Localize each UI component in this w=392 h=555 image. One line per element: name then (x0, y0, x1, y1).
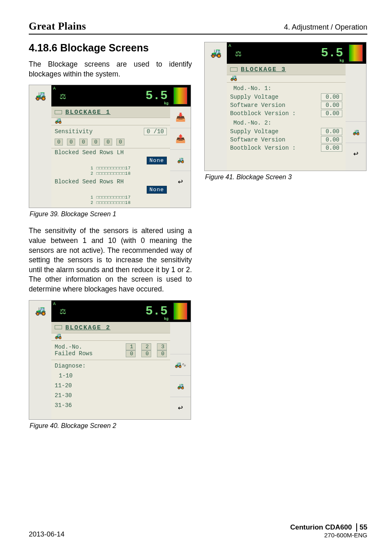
sensitivity-value[interactable]: 0 /10 (144, 128, 167, 135)
gauge-icon[interactable] (346, 42, 366, 64)
softkey-icon[interactable]: 🚜∿ (175, 361, 187, 368)
footer-date: 2013-06-14 (29, 530, 65, 539)
screen2-title: BLOCKAGE 2 (65, 324, 111, 331)
mini-box-icon (55, 325, 62, 329)
footer-model: Centurion CDA600 (290, 523, 352, 532)
scales-icon: ⚖ (51, 301, 74, 322)
led-strip-lh-2: 2 □□□□□□□□□□18 (51, 171, 170, 176)
section-heading: 4.18.6 Blockage Screens (29, 42, 192, 54)
lcd-big-number: 5.5 (145, 304, 168, 318)
footer-doc-id: 270-600M-ENG (290, 532, 367, 539)
screen3-title: BLOCKAGE 3 (241, 66, 286, 73)
failed-rows-label: Failed Rows (55, 350, 122, 357)
mod-col-2: 2 (141, 343, 151, 350)
bootblock-version-value-2: 0.00 (321, 144, 342, 152)
bootblock-version-value-1: 0.00 (321, 110, 342, 117)
unit-kg: kg (339, 59, 344, 63)
led-strip-rh-1: 1 □□□□□□□□□□17 (51, 195, 170, 200)
fail-col-1: 0 (126, 350, 136, 357)
back-icon[interactable]: ↩ (178, 402, 183, 413)
supply-voltage-value-2: 0.00 (321, 128, 342, 135)
tractor-icon: 🚜 (205, 42, 227, 64)
blockage-screen-2: 🚜 ⚖ 5.5 kg BLOCK (29, 300, 191, 420)
software-version-value-2: 0.00 (321, 136, 342, 143)
fail-col-2: 0 (141, 350, 151, 357)
bootblock-version-label-2: Bootblock Version : (230, 145, 296, 151)
lcd-top-bar: ⚖ 5.5 kg (227, 42, 346, 64)
mid-paragraph: The sensitivity of the sensors is altere… (29, 226, 192, 294)
lcd-top-bar: ⚖ 5.5 kg (51, 301, 170, 322)
led-strip-lh-1: 1 □□□□□□□□□□17 (51, 166, 170, 171)
supply-voltage-label-1: Supply Voltage (230, 94, 279, 100)
diag-range-3[interactable]: 21-30 (51, 391, 170, 400)
figure-40-caption: Figure 40. Blockage Screen 2 (30, 422, 192, 430)
lcd-big-number: 5.5 (145, 89, 168, 103)
footer-page-number: 55 (356, 523, 367, 532)
figure-41-caption: Figure 41. Blockage Screen 3 (205, 173, 367, 181)
supply-voltage-label-2: Supply Voltage (230, 128, 279, 135)
diag-range-4[interactable]: 31-36 (51, 400, 170, 419)
lcd-big-number: 5.5 (321, 46, 343, 60)
diag-range-1[interactable]: 1-10 (51, 371, 170, 381)
screen1-title: BLOCKAGE 1 (65, 109, 111, 116)
back-icon[interactable]: ↩ (178, 176, 183, 187)
bootblock-version-label-1: Bootblock Version : (230, 110, 296, 117)
sensitivity-cells: 0 0 0 0 0 0 (55, 139, 167, 146)
supply-voltage-value-1: 0.00 (321, 93, 342, 101)
softkey-icon-1[interactable]: 📥 (175, 112, 186, 123)
software-version-label-2: Software Version (230, 136, 285, 143)
mod-col-3: 3 (157, 343, 167, 350)
softkey-tractor-icon[interactable]: 🚜 (177, 383, 184, 390)
mod-col-1: 1 (126, 343, 136, 350)
sensitivity-label: Sensitivity (55, 128, 92, 135)
rows-rh-label: Blocked Seed Rows RH (55, 178, 124, 185)
brand-logo-text: Great Plains (29, 21, 86, 32)
scales-icon: ⚖ (51, 85, 74, 106)
lcd-top-bar: ⚖ 5.5 kg (51, 85, 170, 106)
rows-lh-label: Blocked Seed Rows LH (55, 149, 124, 156)
none-button-lh[interactable]: None (147, 157, 167, 164)
unit-kg: kg (164, 102, 168, 106)
softkey-tractor-icon[interactable]: 🚜 (353, 129, 360, 136)
fail-col-3: 0 (157, 350, 167, 357)
softkey-tractor-icon[interactable]: 🚜 (177, 157, 184, 164)
software-version-label-1: Software Version (230, 102, 285, 109)
page-header: Great Plains 4. Adjustment / Operation (29, 21, 367, 35)
figure-39-caption: Figure 39. Blockage Screen 1 (30, 210, 192, 218)
diagnose-label: Diagnose: (51, 361, 170, 371)
unit-kg: kg (164, 317, 168, 321)
mod1-label: Mod.-No. 1: (227, 83, 346, 93)
gauge-icon[interactable] (170, 85, 191, 106)
mini-box-icon (55, 110, 62, 114)
scales-icon: ⚖ (227, 42, 250, 64)
intro-paragraph: The Blockage screens are used to identif… (29, 60, 192, 79)
blockage-screen-3: 🚜 ⚖ 5.5 kg BLOCK (204, 42, 367, 171)
mini-box-icon (230, 67, 238, 72)
section-label: 4. Adjustment / Operation (284, 23, 367, 32)
tractor-icon: 🚜 (29, 301, 51, 322)
mod2-label: Mod.-No. 2: (227, 118, 346, 128)
none-button-rh[interactable]: None (147, 186, 167, 194)
led-strip-rh-2: 2 □□□□□□□□□□18 (51, 201, 170, 208)
tractor-icon: 🚜 (29, 85, 51, 106)
gauge-icon[interactable] (170, 301, 191, 322)
page-footer: 2013-06-14 Centurion CDA600 55 270-600M-… (29, 523, 367, 539)
softkey-icon-2[interactable]: 📤 (175, 134, 186, 144)
mod-no-label: Mod.-No. (55, 344, 122, 350)
software-version-value-1: 0.00 (321, 102, 342, 109)
blockage-screen-1: 🚜 ⚖ 5.5 kg BLOCK (29, 85, 191, 208)
diag-range-2[interactable]: 11-20 (51, 381, 170, 391)
back-icon[interactable]: ↩ (353, 148, 358, 159)
